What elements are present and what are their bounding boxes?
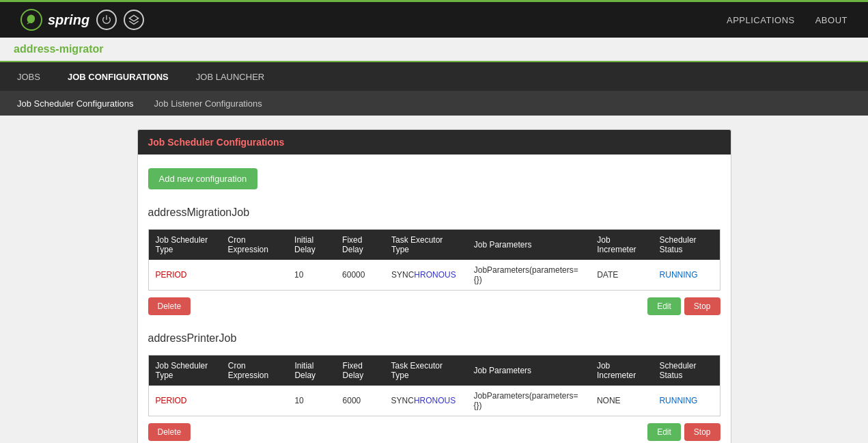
nav-jobs[interactable]: JOBS [14, 65, 44, 89]
col-fixed-delay: Fixed Delay [336, 355, 384, 386]
applications-link[interactable]: APPLICATIONS [727, 15, 795, 25]
col-scheduler-type: Job Scheduler Type [148, 230, 221, 260]
card-header-title: Job Scheduler Configurations [148, 137, 285, 148]
subnav-listener-configs[interactable]: Job Listener Configurations [151, 93, 266, 114]
col-scheduler-status: Scheduler Status [652, 355, 720, 386]
col-cron-expression: Cron Expression [221, 230, 288, 260]
table-header-row: Job Scheduler Type Cron Expression Initi… [148, 355, 720, 386]
job-name-address-printer: addressPrinterJob [148, 329, 720, 348]
cell-task-executor-type: SYNCHRONOUS [384, 386, 467, 416]
table-header-row: Job Scheduler Type Cron Expression Initi… [148, 230, 720, 260]
cell-scheduler-type: PERIOD [148, 386, 221, 416]
job-section-address-migration: addressMigrationJob Job Scheduler Type C… [148, 203, 720, 315]
edit-stop-group-address-migration: Edit Stop [647, 297, 720, 315]
col-initial-delay: Initial Delay [288, 230, 335, 260]
stop-button-address-printer[interactable]: Stop [684, 423, 720, 441]
cell-task-executor-type: SYNCHRONOUS [384, 260, 467, 291]
col-cron-expression: Cron Expression [221, 355, 288, 386]
cell-fixed-delay: 6000 [336, 386, 384, 416]
layers-icon [124, 10, 144, 30]
spring-logo: spring [20, 9, 89, 31]
logo-area: spring [20, 9, 144, 31]
cell-job-incremeter: NONE [590, 386, 652, 416]
top-nav-links: APPLICATIONS ABOUT [727, 15, 848, 25]
col-fixed-delay: Fixed Delay [335, 230, 384, 260]
main-content: Job Scheduler Configurations Add new con… [0, 116, 868, 443]
nav-job-configurations[interactable]: JOB CONFIGURATIONS [64, 65, 172, 89]
cell-job-parameters: JobParameters(parameters={}) [466, 386, 590, 416]
col-job-parameters: Job Parameters [466, 355, 590, 386]
card-header: Job Scheduler Configurations [138, 130, 731, 155]
sub-navbar: Job Scheduler Configurations Job Listene… [0, 91, 868, 116]
table-row: PERIOD 10 6000 SYNCHRONOUS JobParameters… [148, 386, 720, 416]
cell-scheduler-status: RUNNING [652, 386, 720, 416]
cell-scheduler-type: PERIOD [148, 260, 221, 291]
add-new-configuration-button[interactable]: Add new configuration [148, 168, 258, 189]
power-icon [96, 10, 117, 30]
edit-stop-group-address-printer: Edit Stop [647, 423, 720, 441]
nav-job-launcher[interactable]: JOB LAUNCHER [193, 65, 268, 89]
cell-job-incremeter: DATE [590, 260, 652, 291]
cell-job-parameters: JobParameters(parameters={}) [467, 260, 590, 291]
cell-initial-delay: 10 [288, 260, 335, 291]
top-navbar: spring APPLICATIONS ABOUT [0, 0, 868, 38]
edit-button-address-printer[interactable]: Edit [647, 423, 681, 441]
edit-button-address-migration[interactable]: Edit [647, 297, 681, 315]
subnav-scheduler-configs[interactable]: Job Scheduler Configurations [14, 93, 137, 114]
col-scheduler-status: Scheduler Status [653, 230, 720, 260]
app-title-bar: address-migrator [0, 38, 868, 62]
spring-leaf-icon [20, 9, 42, 31]
delete-button-address-migration[interactable]: Delete [148, 297, 191, 315]
job-configurations-card: Job Scheduler Configurations Add new con… [137, 129, 731, 443]
delete-button-address-printer[interactable]: Delete [148, 423, 191, 441]
cell-cron-expression [221, 260, 288, 291]
stop-button-address-migration[interactable]: Stop [684, 297, 720, 315]
about-link[interactable]: ABOUT [815, 15, 848, 25]
config-table-address-printer: Job Scheduler Type Cron Expression Initi… [148, 355, 720, 416]
spring-text: spring [48, 12, 89, 28]
cell-scheduler-status: RUNNING [653, 260, 720, 291]
cell-cron-expression [221, 386, 288, 416]
job-name-address-migration: addressMigrationJob [148, 203, 720, 222]
card-body: Add new configuration addressMigrationJo… [138, 155, 731, 443]
config-table-address-migration: Job Scheduler Type Cron Expression Initi… [148, 229, 720, 291]
col-job-incremeter: Job Incremeter [590, 230, 652, 260]
cell-fixed-delay: 60000 [335, 260, 384, 291]
job-section-address-printer: addressPrinterJob Job Scheduler Type Cro… [148, 329, 720, 441]
secondary-navbar: JOBS JOB CONFIGURATIONS JOB LAUNCHER [0, 62, 868, 91]
table-row: PERIOD 10 60000 SYNCHRONOUS JobParameter… [148, 260, 720, 291]
cell-initial-delay: 10 [288, 386, 335, 416]
col-task-executor-type: Task Executor Type [384, 355, 467, 386]
action-row-address-migration: Delete Edit Stop [148, 297, 720, 315]
col-task-executor-type: Task Executor Type [384, 230, 467, 260]
action-row-address-printer: Delete Edit Stop [148, 423, 720, 441]
svg-marker-0 [129, 15, 138, 21]
col-job-incremeter: Job Incremeter [590, 355, 652, 386]
col-job-parameters: Job Parameters [467, 230, 590, 260]
col-initial-delay: Initial Delay [288, 355, 335, 386]
col-scheduler-type: Job Scheduler Type [148, 355, 221, 386]
app-title: address-migrator [14, 43, 104, 55]
